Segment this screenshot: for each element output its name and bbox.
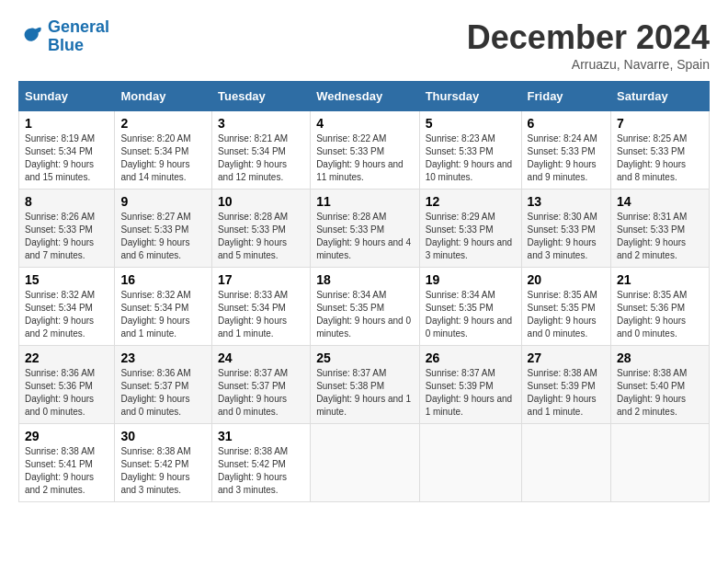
day-number: 21 [617,272,703,287]
day-number: 7 [617,116,703,131]
calendar-cell: 20 Sunrise: 8:35 AM Sunset: 5:35 PM Dayl… [521,268,610,346]
day-number: 29 [25,429,108,443]
logo: General Blue [18,18,109,55]
day-info: Sunrise: 8:25 AM Sunset: 5:33 PM Dayligh… [617,132,703,184]
day-info: Sunrise: 8:37 AM Sunset: 5:37 PM Dayligh… [218,367,304,419]
day-info: Sunrise: 8:35 AM Sunset: 5:35 PM Dayligh… [528,289,605,340]
calendar-cell [611,424,710,502]
day-number: 11 [316,194,414,209]
day-info: Sunrise: 8:38 AM Sunset: 5:42 PM Dayligh… [120,445,206,497]
day-number: 2 [120,116,206,131]
col-friday: Friday [521,82,610,111]
calendar-cell: 17 Sunrise: 8:33 AM Sunset: 5:34 PM Dayl… [212,268,311,346]
day-number: 8 [25,194,108,209]
calendar-row: 8 Sunrise: 8:26 AM Sunset: 5:33 PM Dayli… [19,190,710,268]
day-number: 27 [528,350,605,365]
day-info: Sunrise: 8:32 AM Sunset: 5:34 PM Dayligh… [120,289,206,340]
day-number: 10 [218,194,304,209]
day-info: Sunrise: 8:34 AM Sunset: 5:35 PM Dayligh… [426,289,516,340]
day-number: 14 [617,194,703,209]
col-tuesday: Tuesday [212,82,311,111]
calendar-cell: 11 Sunrise: 8:28 AM Sunset: 5:33 PM Dayl… [311,190,420,268]
day-info: Sunrise: 8:35 AM Sunset: 5:36 PM Dayligh… [617,289,703,340]
calendar-cell: 13 Sunrise: 8:30 AM Sunset: 5:33 PM Dayl… [521,190,610,268]
day-info: Sunrise: 8:26 AM Sunset: 5:33 PM Dayligh… [25,211,108,262]
calendar-row: 22 Sunrise: 8:36 AM Sunset: 5:36 PM Dayl… [19,346,710,424]
day-info: Sunrise: 8:37 AM Sunset: 5:38 PM Dayligh… [316,367,414,419]
day-number: 13 [528,194,605,209]
day-info: Sunrise: 8:38 AM Sunset: 5:42 PM Dayligh… [218,445,304,497]
day-info: Sunrise: 8:36 AM Sunset: 5:36 PM Dayligh… [25,367,108,419]
calendar-cell: 23 Sunrise: 8:36 AM Sunset: 5:37 PM Dayl… [115,346,212,424]
day-info: Sunrise: 8:27 AM Sunset: 5:33 PM Dayligh… [120,211,206,262]
col-monday: Monday [115,82,212,111]
day-info: Sunrise: 8:30 AM Sunset: 5:33 PM Dayligh… [528,211,605,262]
day-number: 24 [218,350,304,365]
day-info: Sunrise: 8:29 AM Sunset: 5:33 PM Dayligh… [426,211,516,262]
day-number: 5 [426,116,516,131]
calendar-cell: 18 Sunrise: 8:34 AM Sunset: 5:35 PM Dayl… [311,268,420,346]
calendar-cell: 2 Sunrise: 8:20 AM Sunset: 5:34 PM Dayli… [115,111,212,190]
day-number: 25 [316,350,414,365]
day-number: 28 [617,350,703,365]
day-number: 1 [25,116,108,131]
day-info: Sunrise: 8:36 AM Sunset: 5:37 PM Dayligh… [120,367,206,419]
day-number: 6 [528,116,605,131]
calendar-header-row: Sunday Monday Tuesday Wednesday Thursday… [19,82,710,111]
day-number: 18 [316,272,414,287]
page-header: General Blue December 2024 Arruazu, Nava… [18,18,710,72]
col-sunday: Sunday [19,82,115,111]
logo-icon [18,24,44,50]
day-info: Sunrise: 8:22 AM Sunset: 5:33 PM Dayligh… [316,132,414,184]
calendar-cell: 9 Sunrise: 8:27 AM Sunset: 5:33 PM Dayli… [115,190,212,268]
calendar-cell: 8 Sunrise: 8:26 AM Sunset: 5:33 PM Dayli… [19,190,115,268]
calendar-cell: 12 Sunrise: 8:29 AM Sunset: 5:33 PM Dayl… [419,190,521,268]
calendar-cell: 26 Sunrise: 8:37 AM Sunset: 5:39 PM Dayl… [419,346,521,424]
calendar-table: Sunday Monday Tuesday Wednesday Thursday… [18,81,710,502]
day-info: Sunrise: 8:38 AM Sunset: 5:39 PM Dayligh… [528,367,605,419]
day-number: 3 [218,116,304,131]
day-number: 20 [528,272,605,287]
calendar-cell [311,424,420,502]
day-info: Sunrise: 8:24 AM Sunset: 5:33 PM Dayligh… [528,132,605,184]
calendar-cell: 22 Sunrise: 8:36 AM Sunset: 5:36 PM Dayl… [19,346,115,424]
calendar-cell: 4 Sunrise: 8:22 AM Sunset: 5:33 PM Dayli… [311,111,420,190]
calendar-cell [419,424,521,502]
calendar-cell: 6 Sunrise: 8:24 AM Sunset: 5:33 PM Dayli… [521,111,610,190]
day-info: Sunrise: 8:28 AM Sunset: 5:33 PM Dayligh… [316,211,414,262]
logo-line1: General [48,17,109,36]
calendar-row: 1 Sunrise: 8:19 AM Sunset: 5:34 PM Dayli… [19,111,710,190]
day-number: 26 [426,350,516,365]
calendar-cell: 1 Sunrise: 8:19 AM Sunset: 5:34 PM Dayli… [19,111,115,190]
logo-line2: Blue [48,36,84,54]
day-number: 30 [120,429,206,443]
day-number: 31 [218,429,304,443]
day-info: Sunrise: 8:23 AM Sunset: 5:33 PM Dayligh… [426,132,516,184]
day-info: Sunrise: 8:28 AM Sunset: 5:33 PM Dayligh… [218,211,304,262]
calendar-cell: 31 Sunrise: 8:38 AM Sunset: 5:42 PM Dayl… [212,424,311,502]
day-info: Sunrise: 8:31 AM Sunset: 5:33 PM Dayligh… [617,211,703,262]
day-number: 23 [120,350,206,365]
day-info: Sunrise: 8:20 AM Sunset: 5:34 PM Dayligh… [120,132,206,184]
day-info: Sunrise: 8:37 AM Sunset: 5:39 PM Dayligh… [426,367,516,419]
col-thursday: Thursday [419,82,521,111]
day-info: Sunrise: 8:32 AM Sunset: 5:34 PM Dayligh… [25,289,108,340]
logo-text: General Blue [48,18,109,55]
calendar-cell: 24 Sunrise: 8:37 AM Sunset: 5:37 PM Dayl… [212,346,311,424]
day-number: 16 [120,272,206,287]
calendar-cell: 16 Sunrise: 8:32 AM Sunset: 5:34 PM Dayl… [115,268,212,346]
day-number: 9 [120,194,206,209]
calendar-row: 15 Sunrise: 8:32 AM Sunset: 5:34 PM Dayl… [19,268,710,346]
day-info: Sunrise: 8:21 AM Sunset: 5:34 PM Dayligh… [218,132,304,184]
title-block: December 2024 Arruazu, Navarre, Spain [467,18,710,72]
calendar-cell: 21 Sunrise: 8:35 AM Sunset: 5:36 PM Dayl… [611,268,710,346]
calendar-cell [521,424,610,502]
calendar-row: 29 Sunrise: 8:38 AM Sunset: 5:41 PM Dayl… [19,424,710,502]
calendar-cell: 28 Sunrise: 8:38 AM Sunset: 5:40 PM Dayl… [611,346,710,424]
calendar-cell: 15 Sunrise: 8:32 AM Sunset: 5:34 PM Dayl… [19,268,115,346]
location-subtitle: Arruazu, Navarre, Spain [467,57,710,72]
calendar-cell: 5 Sunrise: 8:23 AM Sunset: 5:33 PM Dayli… [419,111,521,190]
calendar-cell: 25 Sunrise: 8:37 AM Sunset: 5:38 PM Dayl… [311,346,420,424]
col-wednesday: Wednesday [311,82,420,111]
calendar-cell: 3 Sunrise: 8:21 AM Sunset: 5:34 PM Dayli… [212,111,311,190]
